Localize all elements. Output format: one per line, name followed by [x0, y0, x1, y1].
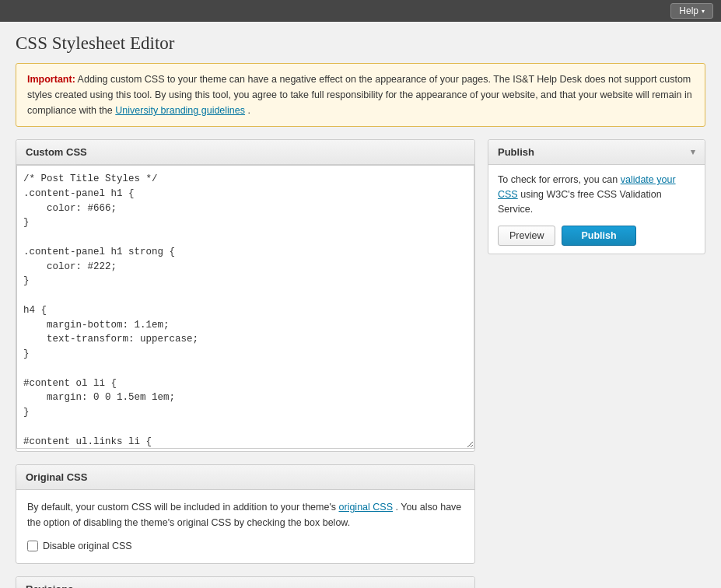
preview-button[interactable]: Preview — [498, 226, 555, 246]
original-css-description: By default, your custom CSS will be incl… — [27, 499, 464, 530]
page-title: CSS Stylesheet Editor — [16, 33, 705, 54]
top-bar: Help ▾ — [0, 0, 721, 22]
publish-button[interactable]: Publish — [562, 226, 635, 246]
original-css-title: Original CSS — [26, 471, 87, 483]
original-css-desc1: By default, your custom CSS will be incl… — [27, 502, 339, 513]
original-css-body: By default, your custom CSS will be incl… — [16, 490, 474, 563]
publish-buttons: Preview Publish — [498, 226, 695, 246]
chevron-down-icon: ▾ — [691, 147, 695, 157]
right-column: Publish ▾ To check for errors, you can v… — [488, 139, 705, 254]
revisions-panel: Revisions 8 November, 2012 @ 10:51 by Ty… — [16, 576, 475, 588]
warning-bold: Important: — [27, 74, 75, 85]
revisions-header: Revisions — [16, 577, 474, 588]
branding-guidelines-link[interactable]: University branding guidelines — [115, 105, 245, 116]
left-column: Custom CSS /* Post Title Styles */ .cont… — [16, 139, 475, 588]
publish-header: Publish ▾ — [488, 140, 705, 165]
original-css-link[interactable]: original CSS — [339, 502, 393, 513]
css-editor[interactable]: /* Post Title Styles */ .content-panel h… — [16, 165, 474, 449]
main-layout: Custom CSS /* Post Title Styles */ .cont… — [16, 139, 705, 588]
publish-title: Publish — [498, 146, 534, 158]
help-button[interactable]: Help ▾ — [670, 3, 713, 19]
css-editor-wrapper: /* Post Title Styles */ .content-panel h… — [16, 165, 474, 451]
revisions-title: Revisions — [26, 583, 73, 588]
disable-original-css-label[interactable]: Disable original CSS — [43, 538, 132, 554]
help-label: Help — [679, 5, 698, 16]
custom-css-title: Custom CSS — [26, 146, 87, 158]
publish-body: To check for errors, you can validate yo… — [488, 165, 705, 254]
publish-description: To check for errors, you can validate yo… — [498, 173, 695, 216]
original-css-header: Original CSS — [16, 465, 474, 490]
warning-box: Important: Adding custom CSS to your the… — [16, 63, 705, 127]
publish-panel: Publish ▾ To check for errors, you can v… — [488, 139, 705, 254]
page-container: CSS Stylesheet Editor Important: Adding … — [0, 22, 721, 588]
disable-original-css-checkbox[interactable] — [27, 541, 38, 551]
warning-end: . — [248, 105, 250, 116]
disable-css-row: Disable original CSS — [27, 538, 464, 554]
publish-desc2: using W3C's free CSS Validation Service. — [498, 189, 662, 215]
custom-css-header: Custom CSS — [16, 140, 474, 165]
chevron-down-icon: ▾ — [702, 8, 705, 15]
custom-css-panel: Custom CSS /* Post Title Styles */ .cont… — [16, 139, 475, 452]
original-css-panel: Original CSS By default, your custom CSS… — [16, 464, 475, 564]
publish-desc1: To check for errors, you can — [498, 174, 621, 185]
